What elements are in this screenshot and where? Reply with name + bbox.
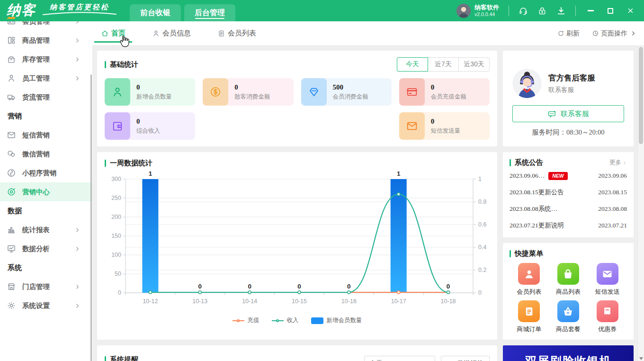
quick-menu-item[interactable]: 商品套餐 <box>549 300 588 334</box>
staff-icon <box>7 73 16 83</box>
legend-item[interactable]: 收入 <box>272 316 299 325</box>
refresh-icon <box>557 30 564 37</box>
range-button[interactable]: 近7天 <box>428 57 459 72</box>
stat-value: 0 <box>431 117 461 126</box>
sidebar-item-label: 门店管理 <box>22 282 50 291</box>
quick-menu-item[interactable]: 优惠券 <box>588 300 627 334</box>
stat-icon-block <box>399 78 425 106</box>
titlebar-tab[interactable]: 后台管理 <box>184 4 235 21</box>
weekly-chart-card: 一周数据统计 05010015020025030000.20.40.60.811… <box>97 152 497 340</box>
sms-icon <box>7 130 16 140</box>
sidebar-item[interactable]: 库存管理 <box>0 50 92 69</box>
strip-actions: 刷新页面操作 <box>557 29 636 38</box>
svg-text:0: 0 <box>198 283 202 290</box>
announcement-date: 2023.07.21 <box>598 222 627 229</box>
legend-item[interactable]: 新增会员数量 <box>311 316 362 325</box>
member-add-icon <box>111 86 124 98</box>
promo-banner[interactable]: 双屏刷脸收银机 <box>503 345 634 361</box>
page-tab[interactable]: 首页 <box>97 21 129 45</box>
left-column: 基础统计 今天近7天近30天 0新增会员数量0散客消费金额500会员消费金额0会… <box>97 51 497 361</box>
announcements-list: 2023.09.06…NEW2023.09.062023.08.15更新公告20… <box>510 168 627 234</box>
svg-text:1: 1 <box>149 171 152 177</box>
quick-menu-item[interactable]: 商城订单 <box>510 300 549 334</box>
announcement-row[interactable]: 2023.07.21更新说明2023.07.21 <box>510 217 627 234</box>
range-button[interactable]: 近30天 <box>458 57 490 72</box>
quick-menu-item[interactable]: 商品列表 <box>549 263 588 296</box>
q-basket-icon <box>557 300 579 322</box>
legend-item[interactable]: 充值 <box>233 316 259 325</box>
stat-value: 0 <box>431 83 466 91</box>
action-label: 刷新 <box>566 29 580 38</box>
page-tab[interactable]: 会员列表 <box>214 21 260 45</box>
minimize-button[interactable] <box>585 6 596 16</box>
strip-action-refresh[interactable]: 刷新 <box>557 29 580 38</box>
lock-icon[interactable] <box>537 6 547 16</box>
sidebar-scrollbar[interactable] <box>90 74 92 361</box>
sidebar-item[interactable]: 会员管理 <box>0 21 92 31</box>
send-sms-button[interactable]: 发送短信 <box>441 356 490 361</box>
stat-value: 500 <box>333 83 368 91</box>
sidebar-item-label: 员工管理 <box>22 74 50 83</box>
q-mail-icon <box>597 263 618 285</box>
sidebar-item[interactable]: 门店管理 <box>0 277 92 296</box>
stat-value: 0 <box>136 117 160 126</box>
maximize-button[interactable] <box>605 6 616 16</box>
store-icon <box>7 282 16 291</box>
divider <box>509 6 509 16</box>
sidebar-item[interactable]: 商品管理 <box>0 31 92 50</box>
sidebar-item-label: 商品管理 <box>22 36 50 45</box>
miniprogram-icon <box>7 168 16 178</box>
announcement-row[interactable]: 2023.08.08系统…2023.08.08 <box>510 201 627 217</box>
strip-action-pageops[interactable]: 页面操作 <box>592 29 636 38</box>
sidebar-item[interactable]: 数据分析 <box>0 239 92 258</box>
announcements-more-link[interactable]: 更多 <box>609 159 627 167</box>
svg-text:10-12: 10-12 <box>143 298 158 305</box>
quick-menu-item[interactable]: 会员列表 <box>510 263 549 296</box>
tab-label: 首页 <box>111 29 125 38</box>
scrollbar-thumb[interactable] <box>639 47 643 144</box>
sidebar-section-label: 营销 <box>0 107 92 126</box>
scrollbar-down-arrow[interactable] <box>638 357 644 360</box>
svg-text:100: 100 <box>111 252 121 258</box>
sidebar-item[interactable]: 短信营销 <box>0 126 92 144</box>
basic-stats-title: 基础统计 <box>105 60 138 69</box>
chevron-icon <box>74 303 80 309</box>
q-person-icon <box>518 263 540 285</box>
q-coupon-icon <box>597 300 618 322</box>
sidebar-section-label: 系统 <box>0 258 92 277</box>
titlebar-tab[interactable]: 前台收银 <box>130 4 181 21</box>
stat-value: 0 <box>136 83 172 91</box>
announcement-row[interactable]: 2023.08.15更新公告2023.08.15 <box>510 184 627 200</box>
quick-menu-item[interactable]: 短信发送 <box>588 263 627 296</box>
quick-menu-grid: 会员列表商品列表短信发送商城订单商品套餐优惠券 <box>510 263 627 334</box>
stat-icon-block <box>301 78 327 106</box>
app-logo: 纳客 <box>0 1 39 21</box>
download-icon[interactable] <box>556 6 566 16</box>
headset-icon[interactable] <box>519 6 528 16</box>
tab-label: 会员列表 <box>228 29 256 38</box>
stat-label: 会员充值金额 <box>431 94 466 100</box>
diamond-icon <box>308 86 320 98</box>
stat-icon-block <box>203 78 228 106</box>
close-button[interactable] <box>625 6 635 16</box>
page-scrollbar[interactable] <box>637 46 644 361</box>
svg-text:250: 250 <box>111 195 121 201</box>
system-reminder-title: 系统提醒 <box>105 355 138 361</box>
announcement-date: 2023.09.06 <box>598 172 627 180</box>
sidebar-item[interactable]: 系统设置 <box>0 296 92 315</box>
service-subtitle: 联系客服 <box>548 86 595 94</box>
sidebar-item[interactable]: 营销中心 <box>0 182 92 201</box>
user-info[interactable]: 纳客软件 v2.0.0.44 <box>456 4 499 18</box>
sidebar-item[interactable]: 微信营销 <box>0 144 92 163</box>
page-tab[interactable]: 会员信息 <box>148 21 195 45</box>
range-button[interactable]: 今天 <box>397 57 428 72</box>
svg-text:10-18: 10-18 <box>441 298 456 305</box>
quick-menu-label: 商城订单 <box>517 325 541 334</box>
reminder-filter-select[interactable]: 今天 <box>364 356 435 361</box>
contact-service-button[interactable]: 联系客服 <box>512 105 624 122</box>
sidebar-item[interactable]: 员工管理 <box>0 69 92 88</box>
announcement-row[interactable]: 2023.09.06…NEW2023.09.06 <box>510 168 627 184</box>
sidebar-item[interactable]: 统计报表 <box>0 220 92 239</box>
sidebar-item[interactable]: 货流管理 <box>0 88 92 107</box>
sidebar-item[interactable]: 小程序营销 <box>0 163 92 182</box>
